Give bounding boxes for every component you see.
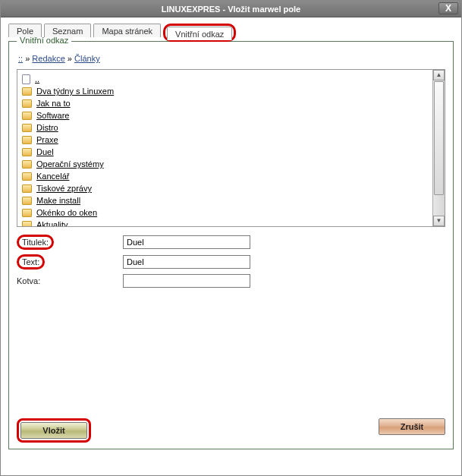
tab-bar: Pole Seznam Mapa stránek Vnitřní odkaz [8, 24, 454, 42]
list-item-label: Aktuality [36, 220, 68, 226]
text-label: Text: [17, 254, 123, 270]
folder-icon [22, 184, 32, 193]
highlight-annotation: Text: [17, 254, 45, 270]
list-item-label: Kancelář [36, 172, 69, 181]
list-item[interactable]: Okénko do oken [22, 206, 428, 219]
list-item[interactable]: Duel [22, 146, 428, 158]
folder-icon [22, 136, 32, 144]
list-item[interactable]: Kancelář [22, 170, 428, 182]
list-item-label: Duel [36, 147, 54, 156]
folder-icon [22, 124, 32, 132]
insert-button[interactable]: Vložit [20, 422, 87, 439]
list-item-label: Operační systémy [36, 159, 104, 169]
tab-mapa-stranek[interactable]: Mapa stránek [93, 24, 161, 37]
folder-icon [22, 221, 32, 227]
kotva-input[interactable] [123, 274, 250, 288]
folder-icon [22, 209, 32, 217]
list-item[interactable]: Aktuality [22, 219, 428, 226]
folder-icon [22, 99, 32, 108]
list-item-label: Make install [36, 196, 80, 205]
list-item-label: Dva týdny s Linuxem [36, 87, 114, 96]
highlight-annotation: Vnitřní odkaz [163, 24, 236, 42]
folder-icon [22, 87, 32, 96]
list-item-up[interactable]: .. [22, 73, 428, 85]
tab-vnitrni-odkaz[interactable]: Vnitřní odkaz [167, 27, 232, 40]
file-list-panel: .. Dva týdny s Linuxem Jak na to Softwar… [17, 69, 445, 227]
close-button[interactable]: X [438, 2, 458, 14]
list-item[interactable]: Dva týdny s Linuxem [22, 85, 428, 97]
page-icon [22, 74, 30, 84]
scroll-down-button[interactable]: ▼ [433, 216, 445, 226]
button-bar: Vložit Zrušit [17, 418, 445, 443]
scroll-up-button[interactable]: ▲ [433, 70, 445, 80]
cancel-button[interactable]: Zrušit [379, 418, 445, 435]
titlebar: LINUXEXPRES - Vložit marwel pole X [1, 1, 461, 17]
list-item-label: Praxe [36, 135, 58, 144]
list-item[interactable]: Distro [22, 121, 428, 134]
dialog-window: LINUXEXPRES - Vložit marwel pole X Pole … [0, 0, 462, 476]
list-item[interactable]: Tiskové zprávy [22, 182, 428, 194]
text-input[interactable] [123, 255, 250, 269]
folder-icon [22, 197, 32, 205]
breadcrumb-clanky[interactable]: Články [74, 54, 100, 63]
form-row-kotva: Kotva: [17, 274, 445, 288]
titulek-label: Titulek: [17, 235, 123, 250]
folder-icon [22, 172, 32, 181]
list-item-label: Jak na to [36, 99, 71, 108]
tab-seznam[interactable]: Seznam [44, 24, 91, 37]
fieldset-vnitrni-odkaz: Vnitřní odkaz :: » Redakce » Články .. D… [8, 41, 454, 449]
list-item[interactable]: Software [22, 109, 428, 121]
form-row-titulek: Titulek: [17, 235, 445, 250]
content-area: Pole Seznam Mapa stránek Vnitřní odkaz V… [1, 17, 461, 457]
scrollbar[interactable]: ▲ ▼ [432, 70, 445, 226]
titulek-input[interactable] [123, 235, 250, 249]
list-item[interactable]: Jak na to [22, 97, 428, 109]
kotva-label: Kotva: [17, 276, 123, 285]
highlight-annotation: Vložit [17, 418, 91, 443]
breadcrumb-redakce[interactable]: Redakce [32, 54, 64, 63]
list-item-label: Software [36, 111, 69, 120]
scroll-thumb[interactable] [434, 81, 444, 195]
breadcrumb: :: » Redakce » Články [18, 54, 444, 63]
list-item-label: Okénko do oken [36, 208, 97, 217]
list-item[interactable]: Operační systémy [22, 158, 428, 170]
folder-icon [22, 112, 32, 120]
list-item[interactable]: Praxe [22, 134, 428, 146]
folder-icon [22, 160, 32, 169]
tab-pole[interactable]: Pole [8, 24, 42, 37]
list-item[interactable]: Make install [22, 194, 428, 206]
list-item-label: .. [35, 74, 39, 84]
file-list: .. Dva týdny s Linuxem Jak na to Softwar… [17, 70, 432, 226]
list-item-label: Tiskové zprávy [36, 184, 92, 193]
folder-icon [22, 148, 32, 156]
highlight-annotation: Titulek: [17, 235, 54, 250]
window-title: LINUXEXPRES - Vložit marwel pole [162, 5, 300, 14]
list-item-label: Distro [36, 123, 58, 132]
form-row-text: Text: [17, 254, 445, 270]
